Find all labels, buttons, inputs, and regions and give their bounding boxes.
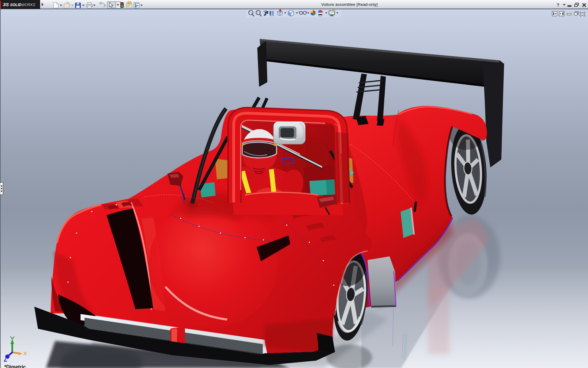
svg-text:ЗS: ЗS — [3, 2, 9, 7]
svg-text:*Dimetric: *Dimetric — [4, 364, 26, 368]
svg-text:Voiture assomblee [Read-only]: Voiture assomblee [Read-only] — [321, 2, 378, 7]
svg-text:?: ? — [556, 2, 559, 7]
svg-text:SOLIDWORKS: SOLIDWORKS — [10, 3, 35, 7]
